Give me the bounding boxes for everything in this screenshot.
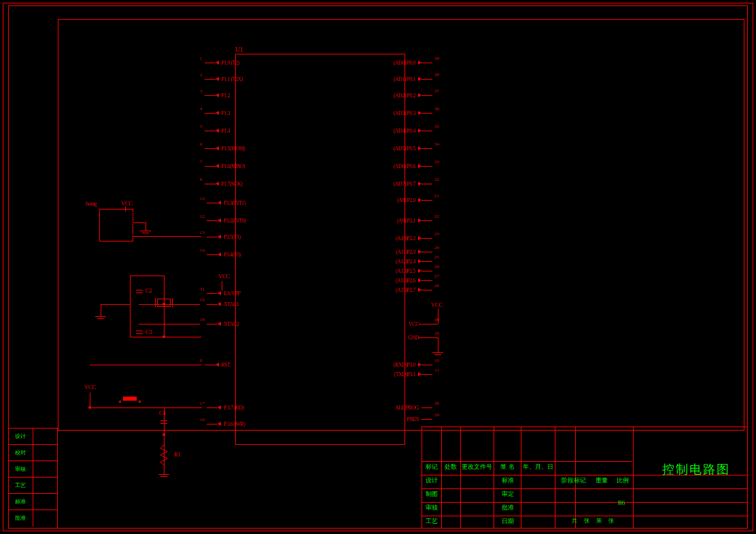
r1-label: R1 xyxy=(174,451,181,458)
ground-icon-3 xyxy=(158,474,169,481)
title-block: 标记 处数 更改文件号 签 名 年、月、日 设计 制图 审核 工艺 标准 审定 … xyxy=(422,427,748,529)
reset-button-symbol xyxy=(116,399,143,405)
ground-icon-2 xyxy=(95,316,106,323)
chip-refdes: U1 xyxy=(235,46,243,53)
hong-block: 3 2 1 xyxy=(99,209,133,241)
vcc-right: VCC xyxy=(431,301,443,308)
ground-icon-4 xyxy=(432,352,443,359)
capacitor-c4 xyxy=(160,417,167,427)
resistor-r1 xyxy=(159,445,169,465)
c4-label: C4 xyxy=(159,410,166,416)
vcc-hong-label: VCC xyxy=(121,200,133,207)
side-revision-table: 设计 校对 审核 工艺 标准 批准 xyxy=(8,428,58,529)
drawing-area: U1 1P1.0 (T2) 2P1.1 (T2X) 3P1.2 4P1.3 5P… xyxy=(58,19,744,431)
crystal-symbol xyxy=(157,299,171,307)
c2-label: C2 xyxy=(145,287,152,294)
capacitor-c3 xyxy=(136,327,143,337)
vcc-ea: VCC xyxy=(218,273,230,280)
c3-label: C3 xyxy=(145,329,152,335)
vcc-reset: VCC xyxy=(84,384,96,390)
capacitor-c2 xyxy=(136,286,143,296)
ic-outline xyxy=(235,54,405,445)
hong-label: hong xyxy=(86,200,97,207)
drawing-title: 控制电路图 xyxy=(652,461,740,478)
